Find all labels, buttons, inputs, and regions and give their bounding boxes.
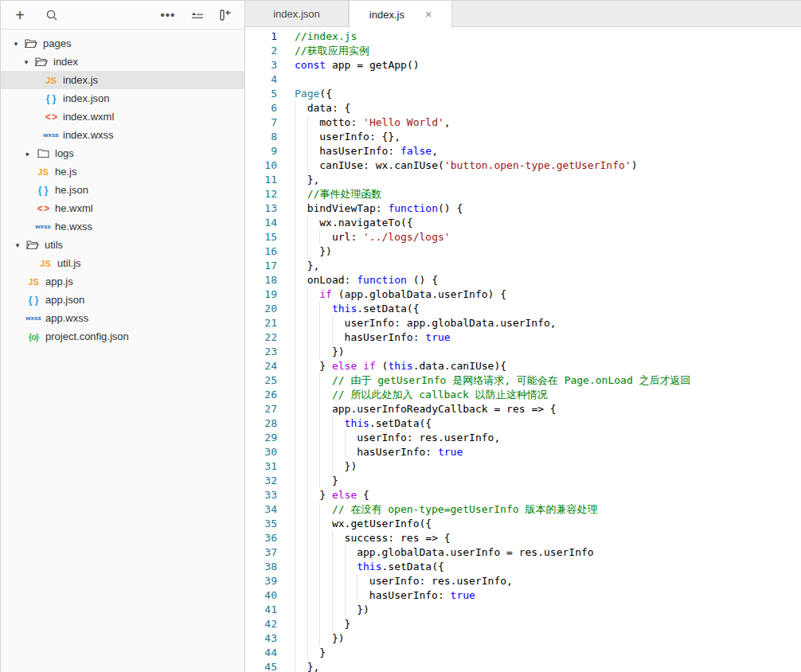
token-k: true — [438, 446, 463, 458]
tree-file-he-wxml[interactable]: < >he.wxml — [1, 199, 244, 217]
chevron-right-icon[interactable]: ▸ — [24, 150, 32, 158]
indent-guide — [307, 545, 320, 560]
token-p: ( — [376, 360, 389, 372]
indent-guide — [307, 588, 320, 603]
indent-guide — [319, 459, 332, 474]
indent-guide — [319, 617, 332, 631]
tree-item-label: utils — [45, 239, 63, 251]
tree-file-index-wxml[interactable]: < >index.wxml — [1, 107, 244, 126]
line-number: 31 — [245, 459, 277, 474]
indent-guide — [332, 531, 345, 545]
token-p: hasUserInfo: — [345, 331, 426, 343]
tree-file-he-js[interactable]: JShe.js — [1, 162, 244, 181]
token-k: this — [357, 561, 381, 572]
indent-guide — [295, 316, 307, 330]
indent-guide — [332, 445, 345, 459]
collapse-sidebar-icon — [218, 9, 232, 21]
sort-button[interactable] — [186, 4, 208, 26]
token-k: true — [425, 331, 450, 343]
indent-guide — [345, 545, 358, 560]
line-number: 4 — [245, 72, 277, 87]
token-s: 'Hello World' — [363, 116, 444, 128]
tree-file-util-js[interactable]: JSutil.js — [1, 254, 244, 272]
indent-guide — [295, 445, 307, 459]
tree-file-index-wxss[interactable]: wxssindex.wxss — [1, 126, 244, 144]
indent-guide — [307, 617, 320, 631]
indent-guide — [332, 574, 345, 588]
indent-guide — [319, 560, 332, 574]
indent-guide — [295, 560, 307, 574]
line-number: 39 — [245, 574, 277, 588]
indent-guide — [332, 459, 345, 474]
code-line-4 — [295, 72, 801, 87]
code-line-2: //获取应用实例 — [295, 44, 801, 58]
tree-file-app-json[interactable]: { }app.json — [1, 291, 244, 309]
code-line-24: } else if (this.data.canIUse){ — [295, 359, 801, 373]
line-number: 32 — [245, 474, 277, 488]
token-p: , — [432, 145, 438, 157]
tree-folder-index[interactable]: ▾index — [1, 53, 244, 71]
tab-index-json[interactable]: index.json — [245, 1, 349, 27]
token-s: 'button.open-type.getUserInfo' — [444, 159, 631, 171]
indent-guide — [295, 416, 307, 431]
indent-guide — [332, 617, 345, 631]
tree-file-he-json[interactable]: { }he.json — [1, 181, 244, 199]
code-line-27: app.userInfoReadyCallback = res => { — [295, 402, 801, 416]
search-button[interactable] — [41, 4, 63, 26]
line-number: 12 — [245, 187, 277, 201]
indent-guide — [295, 130, 307, 144]
tree-file-project-config-json[interactable]: {o}project.config.json — [1, 327, 244, 346]
line-number: 25 — [245, 373, 277, 388]
close-tab-icon[interactable]: × — [425, 9, 432, 20]
indent-guide — [295, 115, 307, 130]
chevron-down-icon[interactable]: ▾ — [12, 40, 20, 48]
code-line-40: hasUserInfo: true — [295, 588, 801, 603]
code-editor[interactable]: 1234567891011121314151617181920212223242… — [245, 27, 801, 672]
indent-guide — [307, 287, 320, 302]
indent-guide — [319, 631, 332, 646]
code-line-15: url: '../logs/logs' — [295, 230, 801, 244]
tree-file-index-json[interactable]: { }index.json — [1, 89, 244, 107]
line-number: 2 — [245, 44, 277, 58]
add-file-button[interactable]: + — [9, 4, 31, 26]
chevron-down-icon[interactable]: ▾ — [22, 58, 30, 66]
code-line-25: // 由于 getUserInfo 是网络请求, 可能会在 Page.onLoa… — [295, 373, 801, 388]
line-number: 5 — [245, 87, 277, 101]
indent-guide — [307, 345, 320, 359]
line-number: 21 — [245, 316, 277, 330]
indent-guide — [307, 574, 320, 588]
tree-folder-logs[interactable]: ▸logs — [1, 144, 244, 162]
indent-guide — [307, 115, 320, 130]
tree-folder-utils[interactable]: ▾utils — [1, 236, 244, 254]
indent-guide — [307, 474, 320, 488]
file-tree: ▾pages▾indexJSindex.js{ }index.json< >in… — [1, 29, 244, 672]
chevron-down-icon[interactable]: ▾ — [14, 241, 21, 249]
indent-guide — [307, 431, 320, 445]
folder-open-icon — [25, 240, 41, 250]
tree-folder-pages[interactable]: ▾pages — [1, 34, 244, 53]
token-p: .setData({ — [382, 561, 444, 572]
editor-area: index.jsonindex.js× 12345678910111213141… — [245, 1, 801, 672]
line-number: 34 — [245, 502, 277, 517]
code-line-3: const app = getApp() — [295, 58, 801, 72]
tree-file-app-wxss[interactable]: wxssapp.wxss — [1, 309, 244, 327]
folder-icon — [35, 148, 51, 158]
indent-guide — [307, 488, 320, 502]
more-actions-button[interactable]: ••• — [157, 4, 179, 26]
indent-guide — [307, 502, 320, 517]
collapse-sidebar-button[interactable] — [214, 4, 236, 26]
tab-index-js[interactable]: index.js× — [349, 1, 452, 28]
indent-guide — [307, 330, 320, 345]
json-file-icon: { } — [43, 93, 59, 104]
line-number: 35 — [245, 517, 277, 531]
token-ctrl: else — [332, 489, 357, 501]
tree-file-index-js[interactable]: JSindex.js — [1, 71, 244, 89]
tree-file-app-js[interactable]: JSapp.js — [1, 272, 244, 291]
indent-guide — [319, 588, 332, 603]
token-p: url: — [332, 231, 363, 243]
explorer-toolbar: + ••• — [1, 1, 244, 29]
indent-guide — [307, 216, 320, 230]
tree-file-he-wxss[interactable]: wxsshe.wxss — [1, 217, 244, 236]
line-number: 17 — [245, 259, 277, 273]
indent-guide — [295, 660, 307, 672]
